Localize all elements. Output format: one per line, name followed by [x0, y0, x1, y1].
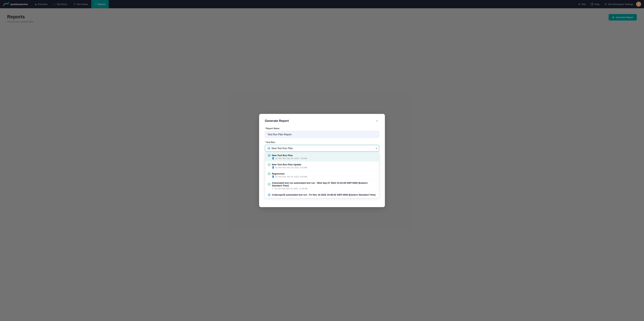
modal-title: Generate Report	[265, 119, 289, 123]
dropdown-list: New Test Run Plan 👤 by Test Test, Nov 30…	[265, 152, 379, 198]
test-run-label: *Test Run	[265, 141, 379, 143]
dropdown-item-3-icon	[268, 173, 270, 175]
dropdown-item-1-name: New Test Run Plan	[268, 154, 376, 157]
test-run-select-wrapper: New Test Run Plan ▾	[265, 145, 379, 152]
dropdown-item-1-icon	[268, 154, 270, 157]
dropdown-item-2-meta: 👤 by Test Test, Nov 28, 2022, 9:18 AM	[268, 166, 376, 169]
person-icon-2: 👤	[272, 166, 274, 169]
dropdown-item-5-name: CodeceptJS automated test run - Fri Nov …	[268, 194, 376, 196]
modal-overlay[interactable]: Generate Report × *Report Name *Test Run…	[0, 0, 644, 321]
selected-run-icon	[268, 147, 270, 149]
dropdown-item-1-meta: 👤 by Test Test, Nov 30, 2022, 7:28 AM	[268, 157, 376, 159]
person-icon-1: 👤	[272, 157, 274, 159]
person-icon-3: 👤	[272, 176, 274, 178]
dropdown-item-4-meta: ⚙ by Test Test, Nov 18, 2022, 11:08 AM	[268, 187, 376, 190]
selected-run-label: New Test Run Plan	[272, 147, 293, 150]
gear-icon-4: ⚙	[272, 187, 274, 190]
dropdown-item-4[interactable]: Automated test run automated test run - …	[265, 180, 379, 192]
dropdown-item-2-icon	[268, 163, 270, 166]
dropdown-item-4-icon	[268, 183, 270, 186]
test-run-select[interactable]: New Test Run Plan	[265, 145, 379, 152]
report-name-group: *Report Name	[265, 127, 379, 138]
dropdown-item-3[interactable]: Regression 👤 by Test Test, Nov 25, 2022,…	[265, 171, 379, 180]
report-name-label: *Report Name	[265, 127, 379, 130]
dropdown-item-5-icon	[268, 194, 270, 196]
dropdown-item-4-name: Automated test run automated test run - …	[268, 182, 376, 187]
required-asterisk-2: *	[265, 141, 266, 143]
dropdown-item-3-name: Regression	[268, 172, 376, 175]
generate-report-modal: Generate Report × *Report Name *Test Run…	[259, 114, 385, 207]
modal-close-button[interactable]: ×	[375, 119, 379, 123]
modal-header: Generate Report ×	[265, 119, 379, 123]
dropdown-item-2-name: New Test Run Plan Update	[268, 163, 376, 166]
report-name-input[interactable]	[265, 131, 379, 138]
test-run-group: *Test Run New Test Run Plan ▾ New Test R…	[265, 141, 379, 198]
dropdown-item-5[interactable]: CodeceptJS automated test run - Fri Nov …	[265, 192, 379, 198]
dropdown-item-3-meta: 👤 by Test Test, Nov 25, 2022, 9:04 AM	[268, 176, 376, 178]
dropdown-item-1[interactable]: New Test Run Plan 👤 by Test Test, Nov 30…	[265, 152, 379, 162]
dropdown-item-2[interactable]: New Test Run Plan Update 👤 by Test Test,…	[265, 162, 379, 171]
required-asterisk: *	[265, 127, 266, 130]
